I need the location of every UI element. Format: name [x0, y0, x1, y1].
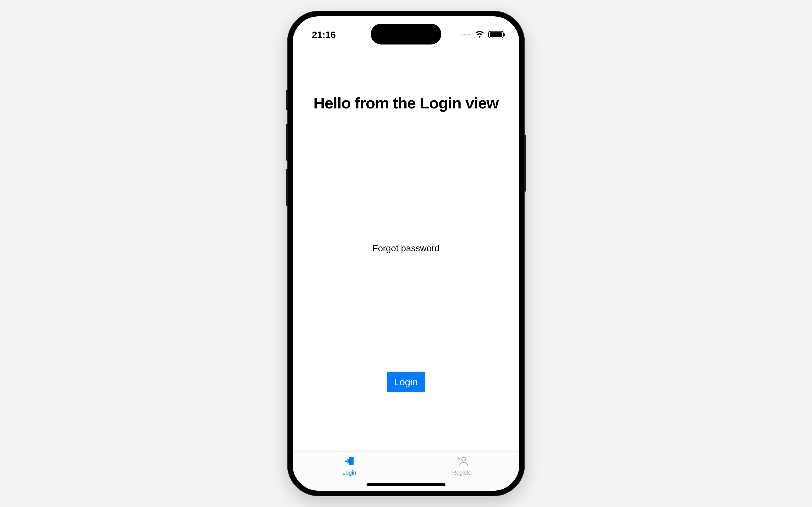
- status-time: 21:16: [312, 29, 336, 40]
- tab-label: Register: [452, 469, 473, 476]
- side-button-silence: [286, 90, 288, 110]
- tab-login[interactable]: Login: [293, 452, 406, 482]
- content-area: Hello from the Login view Forgot passwor…: [293, 47, 519, 451]
- svg-point-1: [462, 457, 465, 461]
- forgot-password-link[interactable]: Forgot password: [372, 243, 440, 253]
- person-add-icon: [457, 455, 468, 468]
- side-button-volume-down: [286, 169, 288, 206]
- side-button-volume-up: [286, 124, 288, 161]
- tab-register[interactable]: Register: [406, 452, 519, 482]
- login-button[interactable]: Login: [387, 372, 425, 392]
- screen: 21:16 Hello from the Login view Forgot p…: [293, 16, 519, 491]
- side-button-power: [524, 135, 526, 191]
- tab-label: Login: [343, 469, 356, 476]
- home-indicator[interactable]: [366, 483, 446, 486]
- page-title: Hello from the Login view: [298, 94, 514, 112]
- log-in-icon: [344, 455, 355, 468]
- wifi-icon: [475, 31, 485, 38]
- cellular-icon: [462, 34, 471, 36]
- dynamic-island: [371, 24, 441, 45]
- phone-frame: 21:16 Hello from the Login view Forgot p…: [288, 11, 524, 496]
- battery-icon: [488, 31, 504, 38]
- status-indicators: [462, 31, 504, 38]
